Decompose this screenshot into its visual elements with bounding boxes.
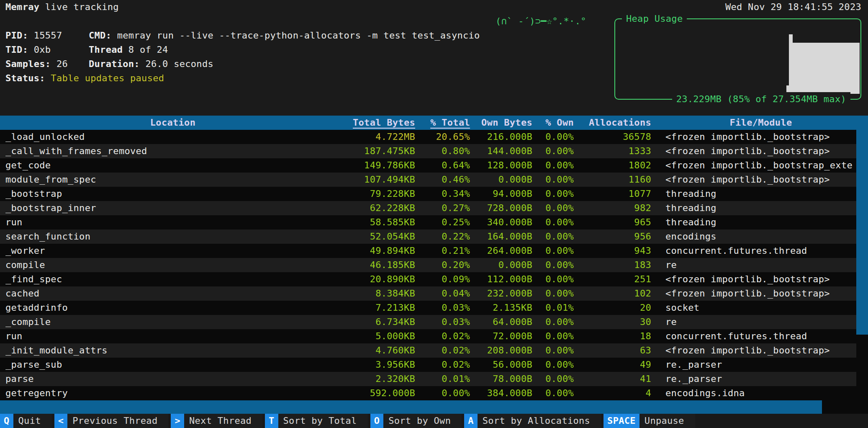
vertical-scrollbar-thumb[interactable] bbox=[856, 130, 868, 335]
cell-pct-own: 0.00% bbox=[524, 372, 574, 386]
cell-own-bytes: 94.000B bbox=[449, 187, 532, 201]
cell-total-bytes: 5.000KB bbox=[281, 329, 415, 343]
cell-own-bytes: 78.000B bbox=[449, 372, 532, 386]
heap-usage-value: 23.229MB (85% of 27.354MB max) bbox=[672, 92, 850, 106]
footer-action-label: Sort by Allocations bbox=[478, 414, 601, 428]
cell-allocations: 102 bbox=[580, 286, 651, 301]
cell-total-bytes: 4.760KB bbox=[281, 343, 415, 358]
heap-usage-graph bbox=[616, 20, 860, 98]
table-row[interactable]: _load_unlocked4.722MB20.65%216.000B0.00%… bbox=[0, 130, 856, 144]
cell-allocations: 63 bbox=[580, 343, 651, 358]
status-value: Table updates paused bbox=[45, 73, 164, 83]
footer-key-badge[interactable]: SPACE bbox=[603, 414, 639, 428]
cell-file-module: <frozen importlib._bootstrap> bbox=[665, 272, 856, 286]
footer-action-sort-by-total[interactable]: TSort by Total bbox=[265, 414, 368, 428]
cell-pct-own: 0.00% bbox=[524, 158, 574, 173]
table-row[interactable]: cached8.384KB0.04%232.000B0.00%102<froze… bbox=[0, 286, 856, 301]
cell-pct-own: 0.00% bbox=[524, 130, 574, 144]
samples-label: Samples: bbox=[5, 59, 51, 69]
table-row[interactable]: _find_spec20.890KB0.09%112.000B0.00%251<… bbox=[0, 272, 856, 286]
cell-own-bytes: 264.000B bbox=[449, 244, 532, 258]
cmd-label: CMD: bbox=[89, 30, 111, 41]
cell-allocations: 1802 bbox=[580, 158, 651, 173]
cell-allocations: 4 bbox=[580, 386, 651, 400]
footer-action-previous-thread[interactable]: <Previous Thread bbox=[54, 414, 169, 428]
clock: Wed Nov 29 18:41:55 2023 bbox=[725, 0, 861, 14]
footer-action-sort-by-allocations[interactable]: ASort by Allocations bbox=[464, 414, 601, 428]
cell-file-module: threading bbox=[665, 201, 856, 215]
cell-total-bytes: 7.213KB bbox=[281, 301, 415, 315]
cell-pct-own: 0.00% bbox=[524, 343, 574, 358]
cell-allocations: 36578 bbox=[580, 130, 651, 144]
cell-own-bytes: 0.000B bbox=[449, 258, 532, 272]
table-row[interactable]: _init_module_attrs4.760KB0.02%208.000B0.… bbox=[0, 343, 856, 358]
table-row[interactable]: run58.585KB0.25%340.000B0.00%965threadin… bbox=[0, 215, 856, 229]
column-header-total-bytes[interactable]: Total Bytes bbox=[353, 116, 415, 130]
duration-line: Duration: 26.0 seconds bbox=[89, 57, 213, 71]
cell-file-module: concurrent.futures.thread bbox=[665, 329, 856, 343]
table-row[interactable]: module_from_spec107.494KB0.46%0.000B0.00… bbox=[0, 173, 856, 187]
footer-action-sort-by-own[interactable]: OSort by Own bbox=[370, 414, 462, 428]
cell-total-bytes: 49.894KB bbox=[281, 244, 415, 258]
footer-action-unpause[interactable]: SPACEUnpause bbox=[603, 414, 695, 428]
thread-line: Thread 8 of 24 bbox=[89, 43, 168, 57]
table-row[interactable]: _worker49.894KB0.21%264.000B0.00%943conc… bbox=[0, 244, 856, 258]
cell-allocations: 251 bbox=[580, 272, 651, 286]
cell-pct-own: 0.00% bbox=[524, 173, 574, 187]
cell-total-bytes: 107.494KB bbox=[281, 173, 415, 187]
footer-key-badge[interactable]: A bbox=[464, 414, 478, 428]
table-row[interactable]: _compile6.734KB0.03%64.000B0.00%30re bbox=[0, 315, 856, 329]
cell-total-bytes: 46.185KB bbox=[281, 258, 415, 272]
footer-keybar: QQuit<Previous Thread>Next ThreadTSort b… bbox=[0, 414, 868, 428]
cell-pct-own: 0.01% bbox=[524, 301, 574, 315]
footer-action-next-thread[interactable]: >Next Thread bbox=[171, 414, 262, 428]
cell-own-bytes: 384.000B bbox=[449, 386, 532, 400]
table-row[interactable]: _bootstrap_inner62.228KB0.27%728.000B0.0… bbox=[0, 201, 856, 215]
cell-total-bytes: 2.320KB bbox=[281, 372, 415, 386]
pid-label: PID: bbox=[5, 30, 28, 41]
column-header-pct-own[interactable]: % Own bbox=[545, 116, 574, 130]
cell-total-bytes: 79.228KB bbox=[281, 187, 415, 201]
cell-pct-own: 0.00% bbox=[524, 144, 574, 158]
cell-total-bytes: 149.786KB bbox=[281, 158, 415, 173]
footer-key-badge[interactable]: T bbox=[265, 414, 278, 428]
cell-file-module: re bbox=[665, 315, 856, 329]
table-row[interactable]: _parse_sub3.956KB0.02%56.000B0.00%49re._… bbox=[0, 358, 856, 372]
column-header-own-bytes[interactable]: Own Bytes bbox=[481, 116, 532, 130]
footer-action-quit[interactable]: QQuit bbox=[0, 414, 52, 428]
column-header-allocations[interactable]: Allocations bbox=[589, 116, 651, 130]
cell-total-bytes: 20.890KB bbox=[281, 272, 415, 286]
table-row[interactable]: compile46.185KB0.20%0.000B0.00%183re bbox=[0, 258, 856, 272]
cell-pct-own: 0.00% bbox=[524, 244, 574, 258]
vertical-scrollbar[interactable] bbox=[856, 130, 868, 400]
table-row[interactable]: get_code149.786KB0.64%128.000B0.00%1802<… bbox=[0, 158, 856, 173]
cell-file-module: <frozen importlib._bootstrap> bbox=[665, 144, 856, 158]
cell-own-bytes: 128.000B bbox=[449, 158, 532, 173]
app-title: Memray live tracking bbox=[5, 0, 119, 14]
footer-key-badge[interactable]: > bbox=[171, 414, 184, 428]
cell-own-bytes: 340.000B bbox=[449, 215, 532, 229]
table-row[interactable]: _call_with_frames_removed187.475KB0.80%1… bbox=[0, 144, 856, 158]
cell-own-bytes: 728.000B bbox=[449, 201, 532, 215]
horizontal-scrollbar-thumb[interactable] bbox=[0, 400, 822, 414]
table-row[interactable]: _bootstrap79.228KB0.34%94.000B0.00%1077t… bbox=[0, 187, 856, 201]
cell-file-module: <frozen importlib._bootstrap_exte bbox=[665, 158, 856, 173]
cell-total-bytes: 592.000B bbox=[281, 386, 415, 400]
table-row[interactable]: search_function52.054KB0.22%164.000B0.00… bbox=[0, 229, 856, 244]
table-row[interactable]: getregentry592.000B0.00%384.000B0.00%4en… bbox=[0, 386, 856, 400]
column-header-location[interactable]: Location bbox=[5, 116, 340, 130]
cell-own-bytes: 72.000B bbox=[449, 329, 532, 343]
cell-file-module: <frozen importlib._bootstrap> bbox=[665, 130, 856, 144]
cell-pct-own: 0.00% bbox=[524, 201, 574, 215]
column-header-pct-total[interactable]: % Total bbox=[430, 116, 470, 130]
column-header-file-module[interactable]: File/Module bbox=[665, 116, 856, 130]
table-row[interactable]: getaddrinfo7.213KB0.03%2.135KB0.01%20soc… bbox=[0, 301, 856, 315]
footer-key-badge[interactable]: Q bbox=[0, 414, 13, 428]
horizontal-scrollbar[interactable] bbox=[0, 400, 868, 414]
table-row[interactable]: parse2.320KB0.01%78.000B0.00%41re._parse… bbox=[0, 372, 856, 386]
footer-key-badge[interactable]: O bbox=[370, 414, 384, 428]
cell-allocations: 943 bbox=[580, 244, 651, 258]
cell-allocations: 1333 bbox=[580, 144, 651, 158]
table-row[interactable]: run5.000KB0.02%72.000B0.00%18concurrent.… bbox=[0, 329, 856, 343]
footer-key-badge[interactable]: < bbox=[54, 414, 68, 428]
